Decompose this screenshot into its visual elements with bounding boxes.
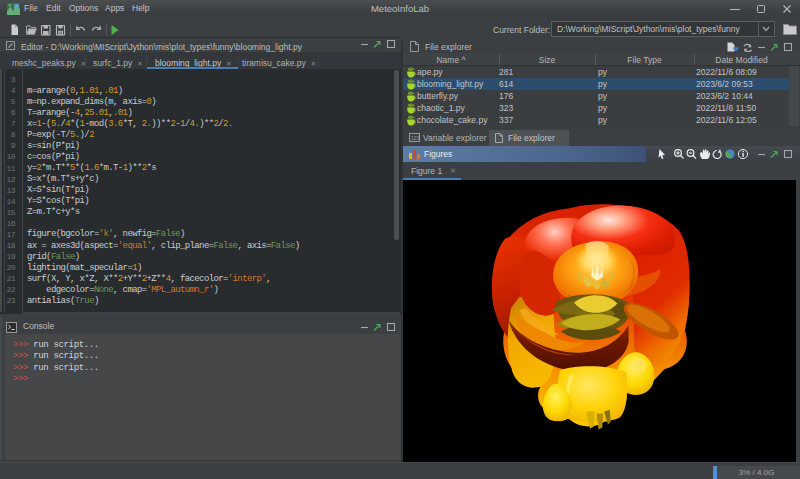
svg-text:123: 123: [411, 135, 420, 141]
